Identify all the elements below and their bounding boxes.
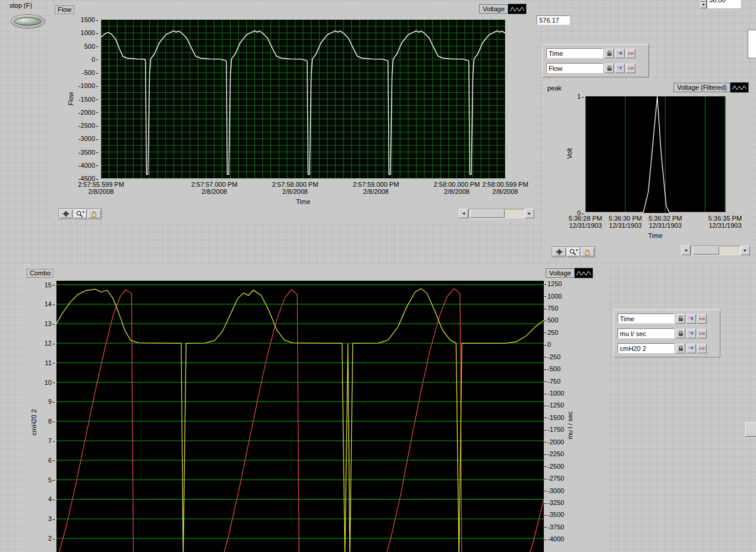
y-tick-label: 3 <box>48 515 55 522</box>
axis-name-input[interactable] <box>546 63 603 73</box>
y-tick-label: -500 <box>82 69 98 76</box>
partial-button-fragment[interactable] <box>745 422 756 437</box>
scrollbar-track[interactable] <box>468 209 525 218</box>
combo-right-labels: -4000-3750-3500-3250-3000-2750-2500-2250… <box>544 281 566 552</box>
decrement-arrow-icon[interactable]: ▼ <box>700 2 707 8</box>
axis-name-input[interactable] <box>618 328 675 338</box>
scale-lock-button[interactable] <box>676 329 685 338</box>
y-tick-label: 750 <box>544 305 558 312</box>
zoom-tool-button[interactable] <box>567 247 580 256</box>
y-tick-label: 1500 <box>81 16 98 23</box>
y-tick-label: -1750 <box>544 426 564 433</box>
y-tick-label: 1000 <box>81 29 98 36</box>
y-tick-label: -2500 <box>78 122 98 129</box>
scale-lock-button[interactable] <box>604 49 614 58</box>
scroll-right-arrow-icon[interactable]: ► <box>741 246 750 255</box>
y-tick-label: -500 <box>544 365 560 372</box>
lock-icon <box>678 316 683 322</box>
scroll-left-arrow-icon[interactable]: ◄ <box>681 246 691 255</box>
x-tick-label: 5:36:30 PM12/31/1903 <box>609 215 642 229</box>
y-tick-label: 0 <box>544 341 551 348</box>
peak-value-display[interactable]: 576.17 <box>537 15 570 25</box>
stop-button[interactable] <box>11 14 45 29</box>
peak-plot[interactable] <box>585 96 726 213</box>
autoscale-axis-letter: Y <box>619 66 622 71</box>
crosshair-icon <box>62 210 70 218</box>
peak-plot-legend[interactable]: Voltage (Filtered) <box>673 82 749 93</box>
axis-name-input[interactable] <box>618 313 675 324</box>
corner-numeric-control: ▲ ▼ 36.00 <box>700 0 741 8</box>
cursor-tool-button[interactable] <box>59 209 73 218</box>
scale-format-button[interactable]: 8.88 <box>626 64 635 73</box>
autoscale-y-button[interactable]: *Y <box>686 344 696 353</box>
scale-format-button[interactable]: 8.88 <box>626 49 635 58</box>
axis-name-input[interactable] <box>618 343 675 353</box>
scroll-right-arrow-icon[interactable]: ► <box>525 209 534 218</box>
waveform-icon <box>508 4 527 14</box>
y-tick-label: 9 <box>48 398 55 405</box>
x-tick-label: 2:57:59.000 PM2/8/2008 <box>353 181 399 195</box>
scale-lock-button[interactable] <box>676 314 685 324</box>
flow-scale-legend: *X 8.88 *Y 8.88 <box>542 44 649 77</box>
flow-plot-legend[interactable]: Voltage <box>479 4 527 14</box>
format-icon: 8.88 <box>628 67 634 70</box>
y-tick-label: -4000 <box>544 535 564 542</box>
autoscale-x-button[interactable]: *X <box>615 49 625 58</box>
hand-icon <box>90 210 99 218</box>
combo-legend-name: Voltage <box>546 268 575 278</box>
corner-numeric-value[interactable]: 36.00 <box>707 0 741 8</box>
y-tick-label: -2750 <box>544 475 564 482</box>
flow-plot[interactable] <box>101 20 505 178</box>
scale-format-button[interactable]: 8.88 <box>697 329 707 338</box>
scale-lock-button[interactable] <box>676 344 685 353</box>
autoscale-x-button[interactable]: *X <box>686 314 696 324</box>
hand-icon <box>584 248 592 256</box>
flow-x-scrollbar: ◄ ► <box>459 209 534 218</box>
zoom-tool-button[interactable] <box>74 209 87 218</box>
combo-plot-legend[interactable]: Voltage <box>546 268 593 278</box>
numeric-spinner: ▲ ▼ <box>700 0 707 8</box>
pan-tool-button[interactable] <box>88 209 101 218</box>
y-tick-label: -1000 <box>544 390 564 397</box>
x-tick-label: 5:36:35 PM12/31/1903 <box>708 215 742 229</box>
y-tick-label: -1500 <box>544 414 564 421</box>
scrollbar-track[interactable] <box>691 246 741 255</box>
autoscale-axis-letter: Y <box>691 346 694 351</box>
series-mu l/ sec <box>56 288 544 552</box>
lock-icon <box>678 346 683 352</box>
y-tick-label: -1250 <box>544 402 564 409</box>
y-tick-label: -2500 <box>544 463 564 470</box>
combo-scale-legend: *X 8.88 *Y 8.88 *Y 8.88 <box>613 309 720 357</box>
scale-legend-row: *Y 8.88 <box>546 63 645 73</box>
combo-plot[interactable] <box>56 281 544 552</box>
x-tick-label: 2:58:00.599 PM2/8/2008 <box>482 181 528 195</box>
scrollbar-thumb[interactable] <box>470 209 505 218</box>
scrollbar-thumb[interactable] <box>692 246 719 255</box>
series-Voltage (Filtered) <box>585 96 725 212</box>
flow-graph: Flow Voltage Flow -4500-4000-3500-3000-2… <box>52 3 535 221</box>
stop-label: stop (F) <box>10 2 32 9</box>
pan-tool-button[interactable] <box>581 247 594 256</box>
y-tick-label: 500 <box>84 43 98 50</box>
y-tick-label: -2000 <box>544 438 564 446</box>
y-tick-label: -250 <box>544 353 560 360</box>
y-tick-label: 13 <box>45 320 55 327</box>
axis-name-input[interactable] <box>546 48 603 58</box>
autoscale-axis-letter: X <box>691 316 694 321</box>
format-icon: 8.88 <box>699 332 705 335</box>
combo-right-axis-title: mu l / sec <box>566 411 574 439</box>
autoscale-y-button[interactable]: *Y <box>686 329 696 338</box>
scale-format-button[interactable]: 8.88 <box>697 344 707 353</box>
waveform-icon <box>730 82 749 93</box>
lock-icon <box>607 51 612 57</box>
cursor-tool-button[interactable] <box>553 247 566 256</box>
scroll-left-arrow-icon[interactable]: ◄ <box>459 209 468 218</box>
magnifier-icon <box>569 248 578 256</box>
scale-format-button[interactable]: 8.88 <box>697 314 707 324</box>
autoscale-y-button[interactable]: *Y <box>615 64 625 73</box>
scale-lock-button[interactable] <box>604 64 614 73</box>
y-tick-label: -3500 <box>544 511 564 518</box>
y-tick-label: 14 <box>45 300 55 308</box>
y-tick-label: 500 <box>544 316 558 324</box>
format-icon: 8.88 <box>699 317 705 321</box>
